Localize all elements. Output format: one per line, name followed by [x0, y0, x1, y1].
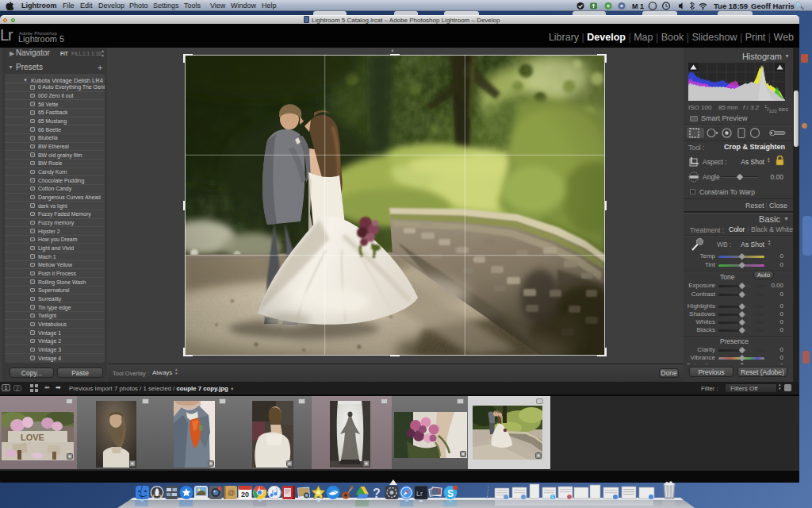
svg-text:S: S [447, 488, 454, 499]
svg-text:S: S [551, 495, 553, 499]
svg-text:?: ? [373, 487, 381, 500]
svg-text:Lr: Lr [416, 490, 423, 498]
svg-text:20: 20 [241, 491, 249, 498]
svg-text:LOVE: LOVE [21, 433, 44, 442]
svg-text:@: @ [228, 489, 235, 497]
svg-text:M 1: M 1 [632, 2, 644, 10]
